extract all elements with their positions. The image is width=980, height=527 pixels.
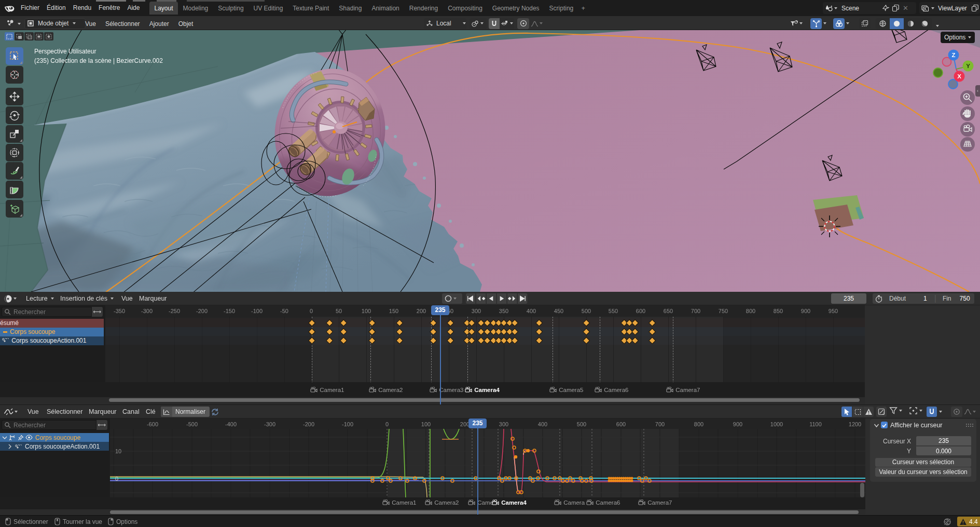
svg-text:Perspective Utilisateur: Perspective Utilisateur — [34, 48, 96, 55]
svg-text:10: 10 — [115, 448, 121, 454]
svg-text:Z: Z — [951, 52, 955, 58]
svg-text:(235) Collection de la scène |: (235) Collection de la scène | BezierCur… — [34, 57, 163, 64]
svg-text:0: 0 — [115, 476, 118, 482]
svg-text:X: X — [957, 73, 961, 79]
svg-text:Y: Y — [966, 63, 970, 69]
